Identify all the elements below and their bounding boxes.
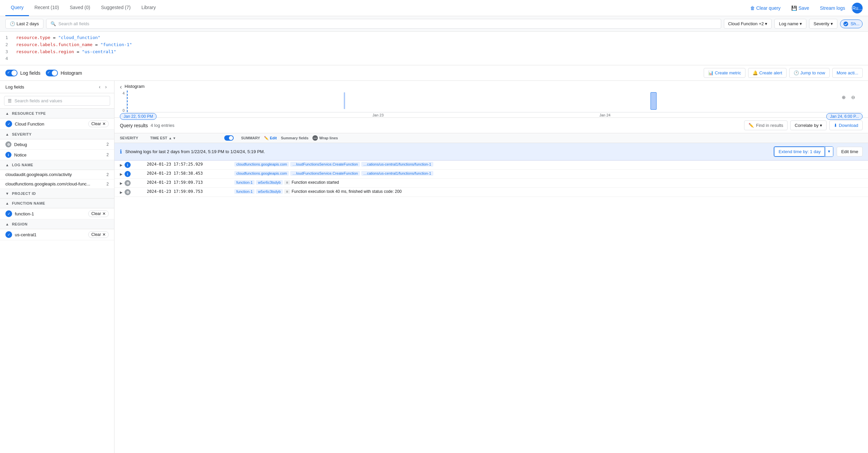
nav-right-icon[interactable]: › [103, 84, 109, 90]
log-timestamp: 2024-01-23 17:58:38.453 [147, 171, 214, 176]
query-line-4: 4 [5, 55, 863, 62]
tab-query[interactable]: Query [5, 0, 29, 16]
extend-time-container: Extend time by: 1 day ▾ [774, 147, 833, 157]
tab-library[interactable]: Library [136, 0, 161, 16]
histogram-start-date: Jan 22, 5:00 PM [120, 113, 157, 120]
query-line-2: 2 resource.labels.function_name = "funct… [5, 41, 863, 48]
log-summary: cloudfunctions.googleapis.com …loudFunct… [234, 162, 863, 167]
log-name-filter[interactable]: Log name [774, 19, 806, 29]
histogram-toggle[interactable]: ✓ Histogram [46, 70, 82, 76]
chevron-up-icon: ▲ [5, 163, 9, 167]
extend-time-button[interactable]: Extend time by: 1 day [774, 147, 825, 157]
field-function-1: ✓ function-1 Clear ✕ [0, 208, 114, 220]
severity-badge: ⚙ [125, 189, 131, 195]
severity-col-header[interactable]: SEVERITY [120, 136, 150, 140]
search-all-fields-input[interactable]: 🔍 Search all fields [46, 19, 721, 29]
histogram-switch[interactable]: ✓ [46, 70, 58, 76]
severity-badge: i [125, 162, 131, 168]
wrap-lines-toggle[interactable]: — Wrap lines [312, 135, 338, 141]
trash-icon: 🗑 [750, 5, 755, 11]
field-cloudaudit: cloudaudit.googleapis.com/activity 2 [0, 170, 114, 180]
histogram-back-icon[interactable]: ‹ [120, 84, 122, 91]
table-row[interactable]: ▶ i 2024-01-23 17:58:38.453 cloudfunctio… [115, 170, 868, 179]
extend-time-dropdown[interactable]: ▾ [825, 147, 833, 157]
clear-cloud-function-button[interactable]: Clear ✕ [88, 121, 109, 127]
time-col-header[interactable]: TIME EST ▲ ▾ [150, 136, 224, 140]
log-summary: cloudfunctions.googleapis.com …loudFunct… [234, 171, 863, 176]
log-fields-switch[interactable]: ✓ [5, 70, 18, 76]
summary-fields-toggle[interactable] [224, 135, 241, 141]
stream-logs-button[interactable]: Stream logs [816, 3, 849, 13]
log-fields-panel: Log fields ‹ › ☰ Search fields and value… [0, 81, 115, 453]
table-row[interactable]: ▶ i 2024-01-23 17:57:25.929 cloudfunctio… [115, 161, 868, 170]
log-summary: function-1 w5xr6c3tsdyb ≡ Function execu… [234, 180, 863, 185]
table-row[interactable]: ▶ ⚙ 2024-01-23 17:59:09.753 function-1 w… [115, 188, 868, 197]
expand-icon[interactable]: ▶ [120, 163, 123, 167]
tab-recent[interactable]: Recent (10) [29, 0, 64, 16]
section-region[interactable]: ▲ REGION [0, 220, 114, 229]
chevron-up-icon: ▲ [5, 111, 9, 116]
jump-to-now-button[interactable]: 🕐 Jump to now [789, 68, 830, 78]
toggle-action-bar: ✓ Log fields ✓ Histogram 📊 Create metric… [0, 65, 868, 81]
zoom-in-icon[interactable]: ⊕ [840, 93, 848, 101]
expand-icon[interactable]: ▶ [120, 191, 123, 194]
clear-query-button[interactable]: 🗑 Clear query [746, 3, 784, 13]
log-timestamp: 2024-01-23 17:59:09.753 [147, 189, 214, 194]
clear-region-button[interactable]: Clear ✕ [88, 231, 109, 238]
table-header: SEVERITY TIME EST ▲ ▾ SUMMARY ✏️ Edit [115, 133, 868, 143]
save-button[interactable]: 💾 Save [787, 3, 813, 13]
user-avatar[interactable]: Ru... [852, 3, 863, 13]
check-icon: ✓ [5, 70, 11, 76]
nav-left-icon[interactable]: ‹ [97, 84, 103, 90]
show-query-toggle[interactable]: Sh... [840, 20, 863, 28]
close-icon: ✕ [102, 122, 106, 126]
filter-icon: ☰ [8, 98, 12, 103]
log-fields-toggle[interactable]: ✓ Log fields [5, 70, 40, 76]
chevron-up-icon: ▲ [5, 201, 9, 205]
query-line-1: 1 resource.type = "cloud_function" [5, 34, 863, 41]
clear-function-name-button[interactable]: Clear ✕ [88, 211, 109, 217]
more-actions-button[interactable]: More acti... [832, 68, 863, 78]
histogram-selected-bar[interactable] [651, 92, 656, 110]
create-alert-button[interactable]: 🔔 Create alert [748, 68, 786, 78]
pencil-icon: ✏️ [748, 123, 754, 128]
search-icon: 🔍 [51, 21, 56, 26]
chevron-down-icon [765, 21, 767, 26]
search-fields-input[interactable]: ☰ Search fields and values [4, 96, 110, 106]
zoom-out-icon[interactable]: ⊖ [849, 93, 857, 101]
edit-time-button[interactable]: Edit time [837, 147, 863, 157]
field-notice: i Notice 2 [0, 150, 114, 160]
field-cloudfunctions: cloudfunctions.googleapis.com/cloud-func… [0, 180, 114, 189]
field-cloud-function: ✓ Cloud Function Clear ✕ [0, 119, 114, 130]
section-log-name[interactable]: ▲ LOG NAME [0, 160, 114, 170]
correlate-by-button[interactable]: Correlate by [790, 121, 827, 130]
info-icon: ℹ [120, 149, 122, 155]
section-function-name[interactable]: ▲ FUNCTION NAME [0, 199, 114, 208]
severity-badge: i [125, 171, 131, 177]
severity-filter[interactable]: Severity [809, 19, 837, 29]
section-resource-type[interactable]: ▲ RESOURCE TYPE [0, 109, 114, 119]
zoom-controls: ⊕ ⊖ [840, 93, 857, 101]
sort-icon: ▲ [169, 136, 172, 140]
create-metric-button[interactable]: 📊 Create metric [704, 68, 745, 78]
log-timestamp: 2024-01-23 17:59:09.713 [147, 180, 214, 185]
find-in-results-input[interactable]: ✏️ Find in results [744, 121, 787, 130]
tab-suggested[interactable]: Suggested (7) [96, 0, 136, 16]
check-icon: ✓ [5, 211, 12, 217]
cloud-function-filter[interactable]: Cloud Function +2 [724, 19, 772, 29]
clock-icon: 🕐 [794, 70, 799, 75]
time-range-button[interactable]: 🕐 Last 2 days [5, 19, 43, 29]
tab-saved[interactable]: Saved (0) [64, 0, 96, 16]
expand-icon[interactable]: ▶ [120, 172, 123, 176]
histogram-section: ‹ Histogram 4 0 [115, 81, 868, 118]
section-project-id[interactable]: ▼ PROJECT ID [0, 189, 114, 199]
table-row[interactable]: ▶ ⚙ 2024-01-23 17:59:09.713 function-1 w… [115, 179, 868, 188]
expand-icon[interactable]: ▶ [120, 182, 123, 185]
histogram-bars [127, 91, 863, 109]
query-editor[interactable]: 1 resource.type = "cloud_function" 2 res… [0, 32, 868, 65]
download-button[interactable]: ⬇ Download [829, 121, 863, 130]
top-nav: Query Recent (10) Saved (0) Suggested (7… [0, 0, 868, 16]
section-severity[interactable]: ▲ SEVERITY [0, 130, 114, 139]
edit-summary-button[interactable]: ✏️ Edit [264, 136, 277, 140]
chevron-down-icon [800, 21, 802, 26]
